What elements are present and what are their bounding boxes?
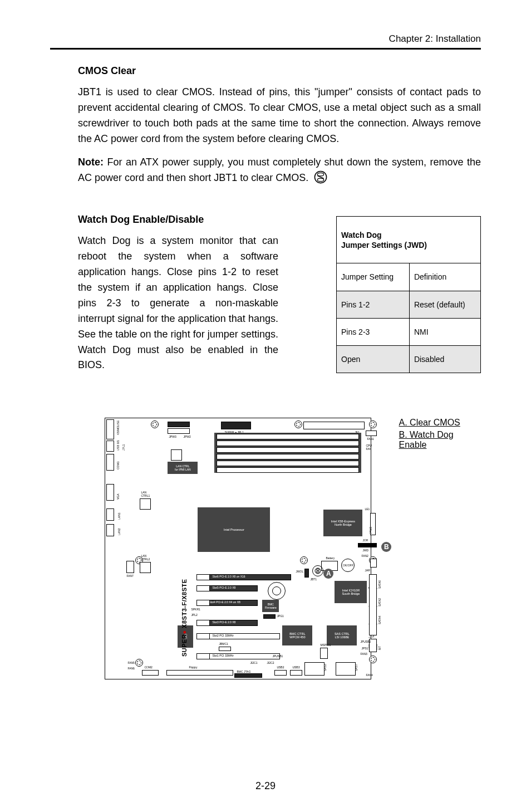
table-row: Pins 1-2: [337, 291, 410, 318]
table-head-setting: Jumper Setting: [337, 263, 410, 291]
chapter-header: Chapter 2: Installation: [389, 33, 481, 45]
motherboard-diagram: JPW3 JPW2 SUPER ● JPL1 JF1 FAN1 CPU FAN …: [105, 418, 371, 679]
header-rule: [50, 48, 481, 50]
legend-b: B. Watch Dog Enable: [399, 430, 481, 450]
svg-point-6: [316, 571, 319, 573]
table-row: Open: [337, 346, 410, 373]
table-row: Pins 2-3: [337, 318, 410, 345]
svg-point-2: [318, 178, 324, 182]
note-text: For an ATX power supply, you must comple…: [78, 156, 481, 184]
diagram-marker-a: A: [323, 569, 333, 579]
cmos-clear-heading: CMOS Clear: [78, 65, 481, 77]
diagram-marker-b: B: [381, 542, 391, 552]
table-row: Disabled: [409, 346, 480, 373]
page-number: 2-29: [0, 780, 531, 792]
table-head-def: Definition: [409, 263, 480, 291]
note-label: Note:: [78, 156, 104, 168]
watchdog-paragraph: Watch Dog is a system monitor that can r…: [78, 233, 278, 373]
legend-a: A. Clear CMOS: [399, 418, 481, 428]
svg-point-5: [316, 569, 319, 571]
cmos-note: Note: For an ATX power supply, you must …: [78, 155, 481, 187]
svg-point-1: [318, 173, 324, 177]
table-row: Reset (default): [409, 291, 480, 318]
cmos-clear-paragraph: JBT1 is used to clear CMOS. Instead of p…: [78, 85, 481, 147]
short-pads-icon: [313, 170, 328, 184]
table-title: Watch DogJumper Settings (JWD): [337, 217, 481, 263]
watchdog-heading: Watch Dog Enable/Disable: [78, 214, 278, 226]
table-row: NMI: [409, 318, 480, 345]
watchdog-jumper-table: Watch DogJumper Settings (JWD) Jumper Se…: [336, 216, 481, 373]
